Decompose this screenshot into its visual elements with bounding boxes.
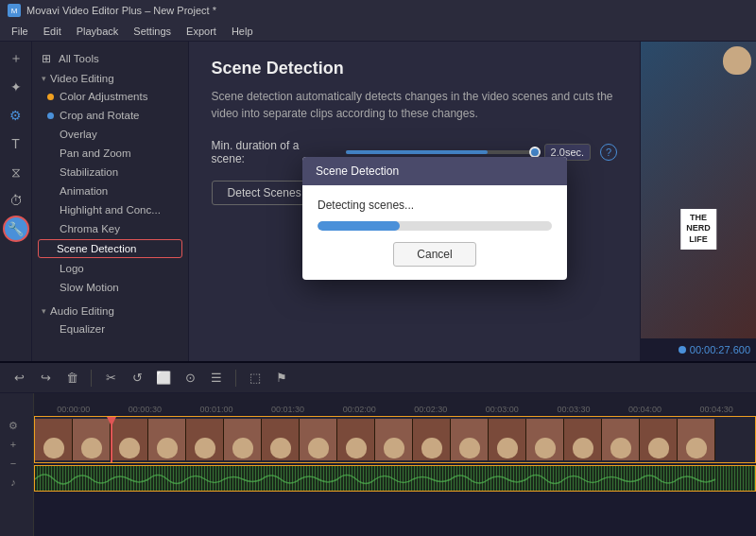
undo-button[interactable]: ↩ bbox=[8, 367, 30, 389]
audio-track[interactable] bbox=[34, 465, 756, 492]
detect-scenes-button[interactable]: Detect Scenes bbox=[212, 181, 318, 205]
dialog-header: Scene Detection bbox=[302, 157, 567, 185]
slider-fill bbox=[346, 150, 488, 154]
playhead[interactable] bbox=[111, 417, 112, 462]
menu-edit[interactable]: Edit bbox=[36, 24, 69, 39]
thumb-face bbox=[648, 438, 669, 458]
thumb-frame-18 bbox=[678, 419, 715, 460]
timeline-header: 00:00:00 00:00:30 00:01:00 00:01:30 00:0… bbox=[0, 393, 756, 414]
sidebar-item-logo[interactable]: Logo bbox=[32, 259, 188, 278]
sidebar-video-editing-toggle[interactable]: ▾ Video Editing bbox=[32, 68, 188, 87]
dialog-title: Scene Detection bbox=[316, 164, 399, 178]
thumb-face bbox=[308, 438, 329, 458]
color-button[interactable]: ⊙ bbox=[179, 367, 201, 389]
all-tools-icon: ⊞ bbox=[42, 52, 51, 65]
sidebar-item-color-adjustments[interactable]: Color Adjustments bbox=[32, 87, 188, 106]
menu-export[interactable]: Export bbox=[179, 24, 224, 39]
dot-icon bbox=[47, 112, 54, 119]
sidebar-item-pan-zoom[interactable]: Pan and Zoom bbox=[32, 144, 188, 163]
progress-bar-fill bbox=[318, 221, 400, 231]
ruler-marks: 00:00:00 00:00:30 00:01:00 00:01:30 00:0… bbox=[38, 393, 752, 414]
timeline-left-pad bbox=[0, 393, 34, 414]
sidebar-item-highlight[interactable]: Highlight and Conc... bbox=[32, 200, 188, 219]
thumb-frame-1 bbox=[35, 419, 73, 460]
crop-button[interactable]: ⬜ bbox=[152, 367, 175, 389]
tools-button[interactable]: ⚙ bbox=[3, 102, 29, 129]
preview-face bbox=[723, 46, 751, 75]
sidebar-item-stabilization[interactable]: Stabilization bbox=[32, 163, 188, 182]
window-title: Movavi Video Editor Plus – New Project * bbox=[26, 5, 216, 16]
sidebar-audio-editing-toggle[interactable]: ▾ Audio Editing bbox=[32, 301, 188, 320]
progress-dot bbox=[679, 346, 686, 354]
preview-thumbnail: THENERDLIFE bbox=[641, 42, 756, 338]
panel-description: Scene detection automatically detects ch… bbox=[212, 88, 617, 122]
sidebar-item-chroma-key[interactable]: Chroma Key bbox=[32, 219, 188, 238]
menu-file[interactable]: File bbox=[4, 24, 36, 39]
ruler-mark-5: 00:02:30 bbox=[395, 405, 467, 414]
thumbnail-strip bbox=[35, 417, 715, 462]
thumb-frame-6 bbox=[224, 419, 262, 460]
insert-button[interactable]: ⬚ bbox=[244, 367, 266, 389]
video-editing-arrow-icon: ▾ bbox=[42, 74, 46, 83]
thumb-face bbox=[43, 438, 64, 458]
menu-playback[interactable]: Playback bbox=[69, 24, 127, 39]
thumb-face bbox=[610, 438, 631, 458]
preview-controls: 00:00:27.600 bbox=[641, 338, 756, 361]
cut-button[interactable]: ✂ bbox=[99, 367, 122, 389]
sidebar-all-tools[interactable]: ⊞ All Tools bbox=[32, 47, 188, 68]
ruler-mark-2: 00:01:00 bbox=[180, 405, 252, 414]
editing-button[interactable]: 🔧 bbox=[3, 216, 29, 242]
scene-detection-dialog: Scene Detection Detecting scenes... Canc… bbox=[302, 157, 567, 280]
effects-button[interactable]: ✦ bbox=[3, 74, 29, 100]
transitions-button[interactable]: ⧖ bbox=[3, 159, 29, 185]
audio-button[interactable]: ☰ bbox=[205, 367, 228, 389]
menu-bar: File Edit Playback Settings Export Help bbox=[0, 21, 756, 42]
timer-button[interactable]: ⏱ bbox=[3, 187, 29, 214]
thumb-frame-8 bbox=[300, 419, 337, 460]
preview-sign: THENERDLIFE bbox=[680, 209, 716, 250]
sidebar: ⊞ All Tools ▾ Video Editing Color Adjust… bbox=[32, 42, 189, 361]
zoom-in-icon[interactable]: + bbox=[2, 435, 25, 454]
thumb-frame-17 bbox=[640, 419, 678, 460]
thumb-face bbox=[497, 438, 518, 458]
toolbar-separator-2 bbox=[235, 370, 236, 387]
thumb-face bbox=[384, 438, 404, 458]
help-icon[interactable]: ? bbox=[600, 144, 617, 161]
thumb-face bbox=[421, 438, 442, 458]
add-media-button[interactable]: ＋ bbox=[3, 45, 29, 72]
audio-track-icon[interactable]: ♪ bbox=[2, 473, 25, 492]
sidebar-item-scene-detection[interactable]: Scene Detection bbox=[38, 239, 182, 258]
thumb-face bbox=[195, 438, 215, 458]
menu-settings[interactable]: Settings bbox=[126, 24, 179, 39]
redo-button[interactable]: ↪ bbox=[34, 367, 57, 389]
sidebar-item-overlay[interactable]: Overlay bbox=[32, 125, 188, 144]
delete-button[interactable]: 🗑 bbox=[60, 367, 83, 389]
sidebar-item-animation[interactable]: Animation bbox=[32, 182, 188, 200]
thumb-face bbox=[346, 438, 367, 458]
thumb-face bbox=[270, 438, 291, 458]
thumb-face bbox=[81, 438, 102, 458]
rotate-button[interactable]: ↺ bbox=[126, 367, 148, 389]
zoom-out-icon[interactable]: − bbox=[2, 454, 25, 473]
thumb-face bbox=[686, 438, 707, 458]
sidebar-item-slow-motion[interactable]: Slow Motion bbox=[32, 278, 188, 297]
sidebar-item-equalizer[interactable]: Equalizer bbox=[32, 320, 188, 338]
track-settings-icon[interactable]: ⚙ bbox=[2, 416, 25, 435]
thumb-face bbox=[573, 438, 593, 458]
thumb-frame-13 bbox=[489, 419, 526, 460]
audio-waveform bbox=[35, 466, 755, 491]
titles-button[interactable]: T bbox=[3, 130, 29, 157]
sidebar-section-audio-editing: Audio Editing bbox=[50, 305, 114, 317]
menu-help[interactable]: Help bbox=[224, 24, 261, 39]
marker-button[interactable]: ⚑ bbox=[270, 367, 293, 389]
timeline-ruler: 00:00:00 00:00:30 00:01:00 00:01:30 00:0… bbox=[34, 393, 756, 414]
sidebar-section-video-editing: Video Editing bbox=[50, 73, 114, 84]
ruler-mark-3: 00:01:30 bbox=[252, 405, 324, 414]
thumb-frame-11 bbox=[413, 419, 451, 460]
duration-slider-track[interactable] bbox=[346, 150, 535, 154]
preview-video: THENERDLIFE bbox=[641, 42, 756, 338]
video-track[interactable]: ★ bbox=[34, 416, 756, 463]
sidebar-item-crop-rotate[interactable]: Crop and Rotate bbox=[32, 106, 188, 125]
thumb-frame-2 bbox=[73, 419, 111, 460]
dialog-cancel-button[interactable]: Cancel bbox=[393, 242, 475, 267]
